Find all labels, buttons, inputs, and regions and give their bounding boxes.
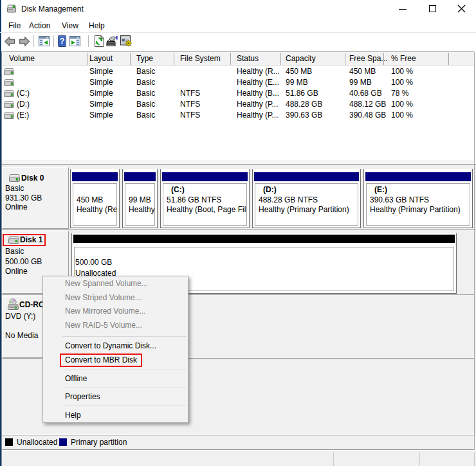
svg-text:?: ?: [60, 37, 65, 46]
